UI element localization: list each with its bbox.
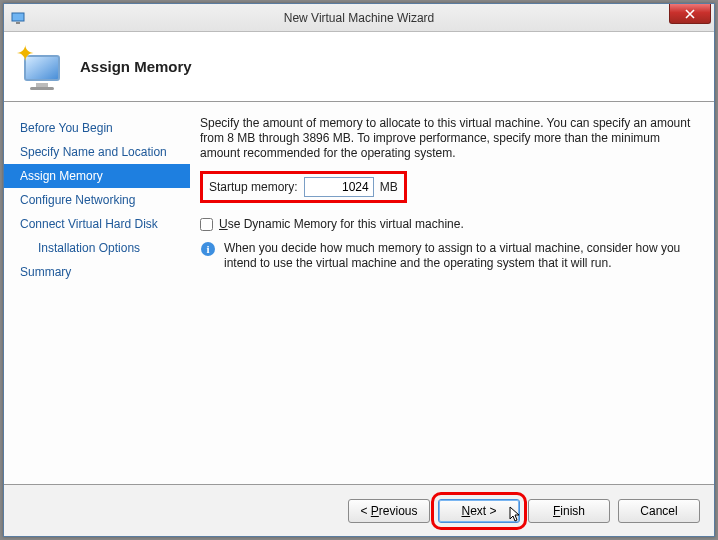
sidebar-item-configure-networking[interactable]: Configure Networking [4, 188, 190, 212]
sidebar: Before You Begin Specify Name and Locati… [4, 102, 190, 484]
close-button[interactable] [669, 4, 711, 24]
previous-button[interactable]: < Previous [348, 499, 430, 523]
header-panel: ✦ Assign Memory [4, 32, 714, 102]
info-text: When you decide how much memory to assig… [224, 241, 696, 271]
info-icon: i [200, 241, 216, 257]
body: Before You Begin Specify Name and Locati… [4, 102, 714, 484]
dynamic-memory-label[interactable]: Use Dynamic Memory for this virtual mach… [219, 217, 464, 231]
info-row: i When you decide how much memory to ass… [200, 241, 696, 271]
sidebar-item-installation-options[interactable]: Installation Options [4, 236, 190, 260]
wizard-window: New Virtual Machine Wizard ✦ Assign Memo… [3, 3, 715, 537]
sidebar-item-connect-vhd[interactable]: Connect Virtual Hard Disk [4, 212, 190, 236]
window-title: New Virtual Machine Wizard [4, 11, 714, 25]
main-panel: Specify the amount of memory to allocate… [190, 102, 714, 484]
finish-button[interactable]: Finish [528, 499, 610, 523]
dynamic-memory-row: Use Dynamic Memory for this virtual mach… [200, 217, 696, 231]
next-button[interactable]: Next > [438, 499, 520, 523]
sidebar-item-summary[interactable]: Summary [4, 260, 190, 284]
startup-memory-row: Startup memory: MB [200, 171, 407, 203]
titlebar: New Virtual Machine Wizard [4, 4, 714, 32]
startup-memory-input[interactable] [304, 177, 374, 197]
cancel-button[interactable]: Cancel [618, 499, 700, 523]
wizard-icon: ✦ [18, 43, 66, 91]
svg-rect-0 [12, 13, 24, 21]
dynamic-memory-checkbox[interactable] [200, 218, 213, 231]
mb-suffix: MB [380, 180, 398, 194]
cursor-icon [509, 506, 523, 527]
sidebar-item-specify-name[interactable]: Specify Name and Location [4, 140, 190, 164]
svg-text:i: i [206, 243, 209, 255]
sidebar-item-before-you-begin[interactable]: Before You Begin [4, 116, 190, 140]
page-title: Assign Memory [80, 58, 192, 75]
app-icon [10, 10, 26, 26]
sidebar-item-assign-memory[interactable]: Assign Memory [4, 164, 190, 188]
description-text: Specify the amount of memory to allocate… [200, 116, 696, 161]
footer: < Previous Next > Finish Cancel [4, 484, 714, 536]
startup-memory-label: Startup memory: [209, 180, 298, 194]
svg-rect-1 [16, 22, 20, 24]
